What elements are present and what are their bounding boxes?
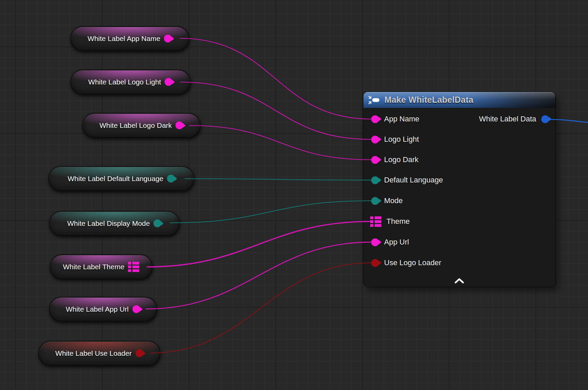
wire-default-language[interactable] [185, 179, 371, 180]
input-row-app-name[interactable]: App Name [371, 113, 419, 125]
pin-label: Logo Light [384, 135, 419, 144]
wire-logo-light[interactable] [181, 82, 371, 139]
getter-label: White Label App Name [88, 35, 161, 43]
input-row-default-language[interactable]: Default Language [371, 174, 443, 186]
getter-label: White Label Default Language [68, 175, 164, 183]
pin-label: White Label Data [479, 115, 536, 123]
getter-node-white-label-theme[interactable]: White Label Theme [50, 254, 152, 279]
output-pin-string[interactable] [132, 305, 140, 313]
getter-node-white-label-display-mode[interactable]: White Label Display Mode [49, 211, 180, 236]
wire-logo-dark[interactable] [189, 125, 371, 160]
output-pin-struct[interactable] [541, 115, 549, 123]
input-row-logo-light[interactable]: Logo Light [371, 133, 419, 145]
output-row-white-label-data[interactable]: White Label Data [479, 113, 549, 125]
input-row-use-logo-loader[interactable]: Use Logo Loader [371, 257, 441, 269]
pin-label: App Url [384, 238, 409, 247]
getter-node-white-label-app-name[interactable]: White Label App Name [70, 26, 189, 51]
getter-label: White Label Use Loader [55, 349, 131, 357]
getter-node-white-label-logo-light[interactable]: White Label Logo Light [70, 70, 190, 94]
getter-label: White Label Theme [63, 263, 125, 271]
getter-node-white-label-logo-dark[interactable]: White Label Logo Dark [82, 113, 201, 138]
struct-pin-icon[interactable] [128, 262, 139, 272]
pin-label: App Name [384, 115, 419, 123]
input-pin-string[interactable] [371, 156, 379, 164]
pin-label: Theme [386, 217, 410, 226]
getter-label: White Label Logo Dark [100, 121, 172, 130]
collapse-node-button[interactable] [454, 277, 465, 285]
input-row-app-url[interactable]: App Url [371, 236, 409, 248]
struct-pin-icon[interactable] [370, 216, 381, 227]
getter-node-white-label-app-url[interactable]: White Label App Url [49, 297, 157, 321]
make-struct-icon [368, 95, 380, 105]
wire-app-url[interactable] [146, 242, 371, 309]
output-pin-enum[interactable] [167, 175, 175, 182]
wire-use-loader[interactable] [150, 263, 371, 353]
input-pin-boolean[interactable] [371, 259, 379, 267]
getter-label: White Label Display Mode [67, 219, 150, 228]
pin-label: Mode [384, 196, 403, 205]
blueprint-graph-canvas[interactable]: White Label App Name White Label Logo Li… [0, 0, 588, 390]
input-row-theme[interactable]: Theme [370, 215, 410, 228]
pin-label: Logo Dark [384, 155, 419, 164]
make-whitelabeldata-node[interactable]: Make WhiteLabelData App Name Logo Light … [363, 92, 555, 287]
pin-label: Use Logo Loader [384, 258, 441, 267]
output-pin-string[interactable] [164, 35, 172, 42]
getter-label: White Label Logo Light [88, 78, 161, 86]
getter-label: White Label App Url [66, 305, 129, 313]
node-title: Make WhiteLabelData [384, 95, 474, 105]
output-pin-enum[interactable] [153, 219, 161, 227]
node-header[interactable]: Make WhiteLabelData [363, 92, 555, 108]
input-row-logo-dark[interactable]: Logo Dark [371, 154, 419, 166]
output-pin-string[interactable] [165, 78, 172, 86]
input-pin-enum[interactable] [371, 197, 379, 205]
input-pin-enum[interactable] [371, 176, 379, 184]
output-pin-boolean[interactable] [135, 349, 143, 357]
wire-theme[interactable] [147, 221, 371, 267]
input-pin-string[interactable] [371, 238, 379, 246]
input-pin-string[interactable] [371, 136, 379, 143]
wire-display-mode[interactable] [170, 201, 371, 223]
chevron-up-icon [454, 278, 464, 284]
wire-app-name[interactable] [180, 38, 371, 119]
getter-node-white-label-use-loader[interactable]: White Label Use Loader [38, 341, 160, 366]
getter-node-white-label-default-language[interactable]: White Label Default Language [48, 166, 194, 191]
output-pin-string[interactable] [175, 121, 183, 129]
pin-label: Default Language [384, 176, 443, 184]
input-row-mode[interactable]: Mode [371, 195, 403, 207]
input-pin-string[interactable] [371, 115, 379, 123]
